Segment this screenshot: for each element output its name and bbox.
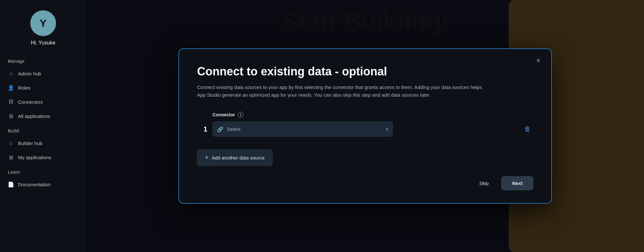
link-icon: 🔗 bbox=[217, 126, 223, 132]
sidebar-item-connectors[interactable]: ⛓ Connectors bbox=[0, 95, 86, 109]
sidebar-item-label: Connectors bbox=[18, 99, 43, 105]
connector-select-wrapper: 🔗 Select ▾ bbox=[213, 121, 393, 137]
plus-icon: + bbox=[205, 154, 209, 161]
build-section-label: Build bbox=[0, 123, 86, 136]
add-source-label: Add another data source bbox=[212, 155, 265, 160]
roles-icon: 👤 bbox=[8, 84, 14, 91]
modal-title: Connect to existing data - optional bbox=[197, 64, 533, 78]
connector-header: Connector ℹ bbox=[213, 112, 533, 118]
sidebar-item-label: Builder hub bbox=[18, 141, 43, 146]
sidebar: Y Hi, Yusuke Manage ⌂ Admin hub 👤 Roles … bbox=[0, 0, 86, 252]
admin-hub-icon: ⌂ bbox=[8, 70, 14, 77]
sidebar-item-label: Documentation bbox=[18, 182, 51, 187]
add-data-source-button[interactable]: + Add another data source bbox=[197, 150, 273, 166]
sidebar-item-label: All applications bbox=[18, 113, 50, 119]
sidebar-item-label: Admin hub bbox=[18, 71, 41, 76]
connector-section: Connector ℹ 1 🔗 Select ▾ 🗑 bbox=[197, 112, 533, 137]
connector-select[interactable]: Select bbox=[213, 121, 393, 137]
manage-section-label: Manage bbox=[0, 53, 86, 66]
skip-button[interactable]: Skip bbox=[474, 177, 494, 190]
sidebar-item-label: My applications bbox=[18, 155, 51, 160]
builder-hub-icon: ⌂ bbox=[8, 140, 14, 146]
documentation-icon: 📄 bbox=[8, 181, 14, 188]
connector-label: Connector bbox=[213, 112, 235, 117]
connector-row-1: 1 🔗 Select ▾ 🗑 bbox=[197, 121, 533, 137]
modal-close-button[interactable]: × bbox=[533, 55, 544, 66]
sidebar-item-documentation[interactable]: 📄 Documentation bbox=[0, 177, 86, 191]
delete-connector-button[interactable]: 🗑 bbox=[522, 123, 533, 135]
sidebar-item-builder-hub[interactable]: ⌂ Builder hub bbox=[0, 136, 86, 150]
modal-footer: Skip Next bbox=[197, 176, 533, 190]
connector-number: 1 bbox=[197, 125, 207, 133]
info-icon[interactable]: ℹ bbox=[238, 112, 243, 118]
next-button[interactable]: Next bbox=[501, 176, 533, 190]
greeting-label: Hi, Yusuke bbox=[31, 40, 55, 46]
avatar-section: Y Hi, Yusuke bbox=[0, 0, 86, 53]
sidebar-item-roles[interactable]: 👤 Roles bbox=[0, 81, 86, 95]
modal-overlay: × Connect to existing data - optional Co… bbox=[86, 0, 644, 252]
connectors-icon: ⛓ bbox=[8, 99, 14, 105]
modal-dialog: × Connect to existing data - optional Co… bbox=[178, 48, 552, 204]
all-applications-icon: ⊞ bbox=[8, 113, 14, 119]
modal-description: Connect existing data sources to your ap… bbox=[197, 83, 487, 99]
main-area: Start Building! × Connect to existing da… bbox=[86, 0, 644, 252]
chevron-down-icon: ▾ bbox=[386, 127, 388, 132]
trash-icon: 🗑 bbox=[524, 125, 531, 133]
sidebar-item-my-applications[interactable]: ⊞ My applications bbox=[0, 150, 86, 164]
my-applications-icon: ⊞ bbox=[8, 154, 14, 160]
learn-section-label: Learn bbox=[0, 164, 86, 177]
sidebar-item-all-applications[interactable]: ⊞ All applications bbox=[0, 109, 86, 123]
sidebar-item-label: Roles bbox=[18, 85, 30, 91]
sidebar-item-admin-hub[interactable]: ⌂ Admin hub bbox=[0, 66, 86, 81]
avatar: Y bbox=[30, 10, 56, 36]
